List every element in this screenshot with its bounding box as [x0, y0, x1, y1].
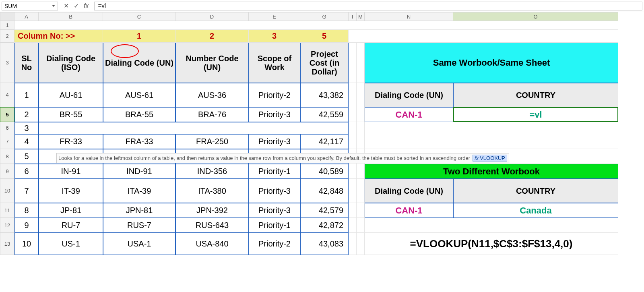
row-header[interactable]: 10	[0, 179, 14, 203]
name-box[interactable]: SUM	[2, 2, 58, 10]
cell[interactable]: Priority-3	[249, 203, 300, 218]
cell[interactable]: 10	[14, 233, 39, 255]
cell[interactable]: ITA-39	[103, 179, 175, 203]
cell[interactable]	[349, 218, 357, 233]
cell[interactable]	[349, 83, 357, 107]
cell[interactable]: ITA-380	[175, 179, 249, 203]
vlookup-suggestion[interactable]: fx VLOOKUP	[473, 155, 507, 162]
col-header-C[interactable]: C	[103, 12, 175, 21]
row-header[interactable]: 2	[0, 30, 14, 43]
cell[interactable]	[14, 21, 618, 30]
cell[interactable]: 2	[14, 107, 39, 122]
col-header-O[interactable]: O	[453, 12, 618, 21]
row-header[interactable]: 6	[0, 122, 14, 134]
cell[interactable]: Priority-2	[249, 233, 300, 255]
cell[interactable]: Priority-2	[249, 83, 300, 107]
cell[interactable]	[453, 218, 618, 233]
cell[interactable]: USA-1	[103, 233, 175, 255]
cell[interactable]: JP-81	[39, 203, 103, 218]
enter-icon[interactable]: ✓	[74, 3, 79, 9]
col-header-N[interactable]: N	[365, 12, 453, 21]
cell[interactable]	[357, 107, 365, 122]
diff-dial-value[interactable]: CAN-1	[365, 203, 453, 218]
cell[interactable]: Priority-3	[249, 107, 300, 122]
cell[interactable]: JPN-392	[175, 203, 249, 218]
cell[interactable]	[349, 233, 357, 255]
cell[interactable]: FR-33	[39, 134, 103, 149]
row-header[interactable]: 8	[0, 149, 14, 164]
cell[interactable]	[349, 134, 357, 149]
chevron-down-icon[interactable]	[52, 5, 55, 7]
cell[interactable]: 43,382	[300, 83, 349, 107]
cell[interactable]	[453, 122, 618, 134]
cell[interactable]: BRA-55	[103, 107, 175, 122]
cell[interactable]	[453, 134, 618, 149]
col-header-D[interactable]: D	[175, 12, 249, 21]
cell[interactable]: AU-61	[39, 83, 103, 107]
cell[interactable]: RUS-7	[103, 218, 175, 233]
col-header-E[interactable]: E	[249, 12, 300, 21]
cell[interactable]: Priority-3	[249, 179, 300, 203]
col-header-A[interactable]: A	[14, 12, 39, 21]
same-country-editing[interactable]: =vl	[453, 107, 618, 122]
cell[interactable]	[365, 218, 453, 233]
cell[interactable]: RU-7	[39, 218, 103, 233]
cell[interactable]: 3	[14, 122, 39, 134]
fx-icon[interactable]: fx	[84, 3, 89, 9]
cell[interactable]: 1	[14, 83, 39, 107]
cell[interactable]	[357, 164, 365, 179]
cell[interactable]: 42,579	[300, 203, 349, 218]
cell[interactable]: Priority-1	[249, 218, 300, 233]
cell[interactable]	[357, 134, 365, 149]
cell[interactable]: US-1	[39, 233, 103, 255]
cell[interactable]: Priority-1	[249, 164, 300, 179]
cell[interactable]: 7	[14, 179, 39, 203]
cell[interactable]: IT-39	[39, 179, 103, 203]
row-header[interactable]: 11	[0, 203, 14, 218]
col-header-I[interactable]: I	[349, 12, 357, 21]
cell[interactable]	[349, 30, 618, 43]
col-header-G[interactable]: G	[300, 12, 349, 21]
cell[interactable]: FRA-33	[103, 134, 175, 149]
cell[interactable]	[357, 179, 365, 203]
cell[interactable]: 4	[14, 134, 39, 149]
row-header[interactable]: 13	[0, 233, 14, 255]
cell[interactable]: BR-55	[39, 107, 103, 122]
cell[interactable]: 9	[14, 218, 39, 233]
cell[interactable]	[357, 43, 365, 83]
cell[interactable]: BRA-76	[175, 107, 249, 122]
cell[interactable]: AUS-61	[103, 83, 175, 107]
select-all-corner[interactable]	[0, 12, 14, 21]
cell[interactable]: USA-840	[175, 233, 249, 255]
cell[interactable]: 5	[14, 149, 39, 164]
cell[interactable]	[357, 218, 365, 233]
cell[interactable]	[357, 83, 365, 107]
row-header[interactable]: 1	[0, 21, 14, 30]
cell[interactable]: 42,872	[300, 218, 349, 233]
cell[interactable]: 8	[14, 203, 39, 218]
spreadsheet-grid[interactable]: 1 2 Column No: >> 1 2 3 5 3 SL No Dialin…	[0, 21, 644, 255]
cell[interactable]	[349, 122, 357, 134]
row-header[interactable]: 4	[0, 83, 14, 107]
same-dial-value[interactable]: CAN-1	[365, 107, 453, 122]
cell[interactable]	[349, 203, 357, 218]
formula-input[interactable]: =vl	[94, 2, 642, 10]
cell[interactable]	[357, 122, 365, 134]
cell[interactable]: IND-356	[175, 164, 249, 179]
row-header[interactable]: 9	[0, 164, 14, 179]
cell[interactable]: JPN-81	[103, 203, 175, 218]
cell[interactable]: AUS-36	[175, 83, 249, 107]
cell[interactable]: IN-91	[39, 164, 103, 179]
cell[interactable]: IND-91	[103, 164, 175, 179]
diff-country-value[interactable]: Canada	[453, 203, 618, 218]
row-header[interactable]: 12	[0, 218, 14, 233]
cell[interactable]	[349, 164, 357, 179]
cell[interactable]	[349, 179, 357, 203]
cell[interactable]	[365, 134, 453, 149]
cell[interactable]: Priority-3	[249, 134, 300, 149]
cancel-icon[interactable]: ✕	[64, 3, 69, 9]
cell[interactable]: 43,083	[300, 233, 349, 255]
cell[interactable]	[349, 107, 357, 122]
cell[interactable]	[357, 203, 365, 218]
cell[interactable]: 42,117	[300, 134, 349, 149]
